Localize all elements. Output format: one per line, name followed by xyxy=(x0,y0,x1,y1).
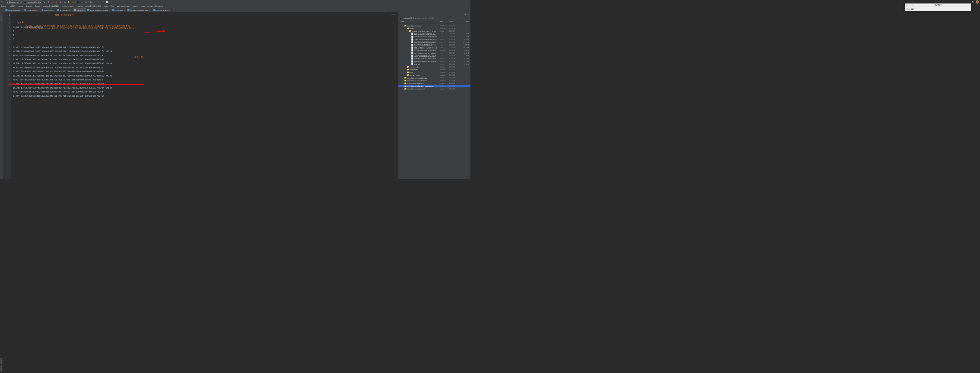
tab-Jobsjava[interactable]: Jobs.java× xyxy=(111,8,126,12)
breadcrumb-item[interactable]: netease-mumu-127.0.0.1_5555 xyxy=(77,5,101,7)
close-icon[interactable]: × xyxy=(70,9,72,11)
file-row[interactable]: ›📁code_cachedrwxrw:2023-04 xyxy=(398,65,471,68)
breadcrumb-sep: 〉 xyxy=(138,5,140,8)
breadcrumb-item[interactable]: Caches xyxy=(26,5,32,7)
apply-changes-icon[interactable]: ⟲ xyxy=(51,0,54,3)
file-row[interactable]: 📄42a34dd3e6d34832a30bab-rw----2023-0411.… xyxy=(398,35,471,38)
close-icon[interactable]: × xyxy=(84,9,85,11)
file-row[interactable]: 📄6eef754a0c8181b6d2a4ea-rw----2023-0437 … xyxy=(398,43,471,46)
chevron-down-icon: ▾ xyxy=(20,1,21,3)
close-icon[interactable]: × xyxy=(38,9,39,11)
breadcrumb-item[interactable]: Library xyxy=(18,5,23,7)
file-row[interactable]: ˅📁cachedrwxrw:2023-04 xyxy=(398,27,471,30)
file-row[interactable]: 📄dbf3769815132abfae96d7-rw----2023-0411.… xyxy=(398,54,471,57)
run-icon[interactable]: ▶ xyxy=(43,0,46,3)
chevron-icon: ˇ xyxy=(394,13,395,17)
file-row[interactable]: 📄912ca48b0ec4ca02900ea8-rw----2023-0465.… xyxy=(398,46,471,49)
phone-icon: 📱 xyxy=(400,17,402,19)
breadcrumb-sep: 〉 xyxy=(75,5,76,8)
project-tool-icon[interactable]: ▸ xyxy=(1,13,2,14)
file-row[interactable]: ›📁com.bawei.room_testdrwxr->2023-04 xyxy=(398,88,471,90)
breadcrumb-sep: 〉 xyxy=(32,5,34,8)
file-row[interactable]: 📄f56f96474857542fb913fe0-rw----2023-0430… xyxy=(398,57,471,60)
tab-EngineResourcejava[interactable]: EngineResource.java× xyxy=(86,8,111,12)
gear-icon[interactable]: ⚙ xyxy=(465,13,466,15)
tab-GlideUtilskt[interactable]: GlideUtils.kt× xyxy=(23,8,40,12)
device-dropdown[interactable]: 📱 Netease MuMu ▾ xyxy=(22,0,42,3)
file-row[interactable]: ›📁shared_prefsdrwxrw:2023-05 xyxy=(398,74,471,77)
tab-Glidejava[interactable]: Glide.java× xyxy=(40,8,56,12)
undo-icon[interactable]: ↶ xyxy=(110,0,113,3)
file-row[interactable]: ˅📁image_manager_disk_cachedrwx--:2023-04 xyxy=(398,30,471,32)
run-config-dropdown[interactable]: ▶ MainActivity ▾ xyxy=(6,0,22,3)
breadcrumb-item[interactable]: device-explorer xyxy=(62,5,74,7)
hammer-icon[interactable]: 🔨 xyxy=(1,0,4,3)
tab-Enginejava[interactable]: Engine.java× xyxy=(56,8,73,12)
close-icon[interactable]: × xyxy=(53,9,54,11)
breadcrumb-item[interactable]: Google xyxy=(35,5,40,7)
breadcrumb-item[interactable]: ytx0904 xyxy=(9,5,15,7)
file-tree[interactable]: ˅📁com.bawei.mvvmdrwxr->2023-05˅📁cachedrw… xyxy=(398,24,471,179)
editor-content[interactable]: ✓ 23 ˇ libcore.io.DiskLruCache 1 1 1 DIR… xyxy=(11,12,398,179)
file-row[interactable]: ›📁filesdrwxrw:2023-04 xyxy=(398,71,471,73)
breadcrumb-item[interactable]: com.bawei.mvvm xyxy=(117,5,130,7)
analysis-badge[interactable]: ✓ 23 ˇ xyxy=(390,13,395,17)
close-icon[interactable]: × xyxy=(169,9,170,11)
note-version: 版本号 xyxy=(18,21,24,24)
breadcrumb-item[interactable]: image_manager_disk_cache xyxy=(141,5,163,7)
sdk-manager-icon[interactable]: ⬇ xyxy=(80,0,84,3)
file-row[interactable]: 📄journal-rw----2023-042.9 KB xyxy=(398,63,471,65)
close-icon[interactable]: × xyxy=(124,9,125,11)
debug-icon[interactable]: 🐞 xyxy=(55,0,59,3)
avd-manager-icon[interactable]: 📱 xyxy=(76,0,80,3)
file-row[interactable]: 📄11f25c6af189fd8248fb4cb-rw----2023-0414… xyxy=(398,32,471,35)
file-row[interactable]: 📄554f1d2b1d3348bd4d78a5-rw----2023-0424.… xyxy=(398,38,471,41)
tab-ActiveResourcesjava[interactable]: ActiveResources.java× xyxy=(126,8,151,12)
close-icon[interactable]: × xyxy=(109,9,110,11)
git-label: Git: xyxy=(89,1,92,3)
tab-Journal[interactable]: Journal× xyxy=(73,8,86,12)
breadcrumb-sep: 〉 xyxy=(60,5,62,8)
note-header: 魔数，用来标识文件 xyxy=(55,13,74,17)
git-commit-icon[interactable]: ✓ xyxy=(97,0,100,3)
breadcrumb-sep: 〉 xyxy=(6,5,8,8)
resource-manager-icon[interactable]: ⚙ xyxy=(84,0,88,3)
tab-ageAdapterkt[interactable]: ageAdapter.kt× xyxy=(4,8,23,12)
file-row[interactable]: 📄b90f8702d2d4a3e7840e68-rw----2023-04104… xyxy=(398,49,471,52)
file-row[interactable]: ›📁com.bawei.reflectiondrwxr->2023-04 xyxy=(398,82,471,84)
breadcrumb-item[interactable]: cache xyxy=(134,5,138,7)
note-rules2: 由 SafeKeyGenerator 类生成，是由图片的宽、高、加密解码器等生成… xyxy=(26,26,139,30)
arrow-icon xyxy=(144,30,173,38)
device-selector[interactable]: 📱 Netease MuMu Android 6.0.1, API 23 ▾ xyxy=(398,16,471,20)
breadcrumb-sep: 〉 xyxy=(108,5,110,8)
tab-LruResourceCa[interactable]: LruResourceCa× xyxy=(151,8,172,12)
run-dropdown-icon[interactable]: ⇄ xyxy=(47,0,50,3)
minimize-icon[interactable]: — xyxy=(468,13,469,15)
structure-icon[interactable]: ▤ xyxy=(1,19,2,21)
breadcrumb-item[interactable]: data xyxy=(111,5,114,7)
file-row[interactable]: 📄f9e6eb56e24235682d0a86-rw----2023-0478.… xyxy=(398,60,471,63)
attach-debugger-icon[interactable]: 🐛 xyxy=(67,0,71,3)
bookmarks-icon[interactable]: ❑ xyxy=(1,16,2,18)
file-row[interactable]: ›📁com.bawei.opencvdemodrwxr->2023-04 xyxy=(398,79,471,82)
breadcrumb-sep: 〉 xyxy=(102,5,103,8)
file-row[interactable]: 📄5ee5f92e7a3493590de8e5-rw----2023-04117… xyxy=(398,41,471,43)
stop-icon[interactable]: ■ xyxy=(72,0,75,3)
breadcrumb-item[interactable]: AndroidStudio2021.2 xyxy=(43,5,60,7)
breadcrumb-sep: 〉 xyxy=(115,5,116,8)
close-icon[interactable]: × xyxy=(149,9,150,11)
file-row[interactable]: 📄c3d8bf4d21b72c2cdee3ac-rw----2023-0442.… xyxy=(398,52,471,54)
note-log: 操作日志 xyxy=(134,55,143,59)
profiler-icon[interactable]: ◉ xyxy=(63,0,67,3)
close-icon[interactable]: × xyxy=(21,9,22,11)
breadcrumb-item[interactable]: data xyxy=(104,5,108,7)
file-row[interactable]: ›📁databasesdrwxrw:2023-05 xyxy=(398,68,471,71)
file-row[interactable]: ˅📁com.bawei.mvvmdrwxr->2023-05 xyxy=(398,24,471,27)
file-row[interactable]: ›📁com.bawei.myapplicationdrwxr->2023-03 xyxy=(398,77,471,79)
file-row[interactable]: ›📁com.bawei.reflection_annotationdrwxr->… xyxy=(398,84,471,88)
git-push-icon[interactable]: ↗ xyxy=(102,0,105,3)
git-pull-icon[interactable]: ✓ xyxy=(93,0,97,3)
breadcrumb-item[interactable]: Users xyxy=(1,5,6,7)
coverage-icon[interactable]: ⛯ xyxy=(59,0,63,3)
git-history-icon[interactable]: 🕐 xyxy=(105,0,109,3)
